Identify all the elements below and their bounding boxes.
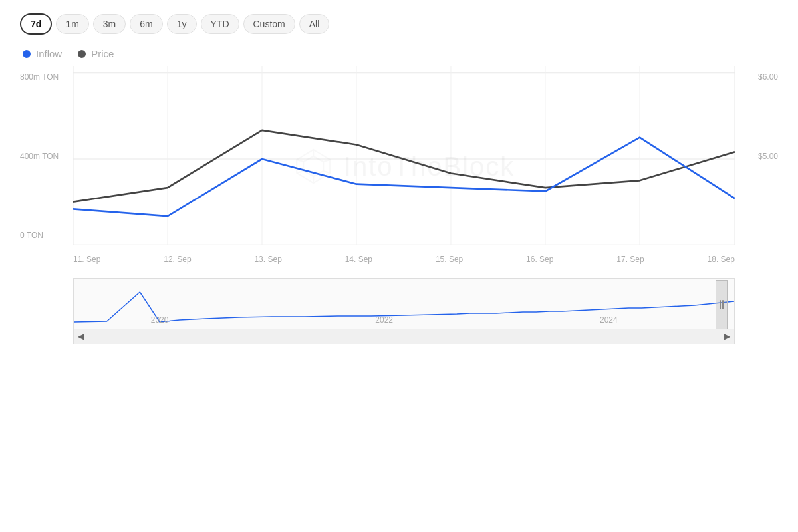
- x-label-0: 11. Sep: [73, 255, 100, 264]
- time-btn-6m[interactable]: 6m: [130, 14, 162, 34]
- mini-nav: ◀ ▶: [74, 329, 734, 344]
- price-label-top: $6.00: [758, 72, 778, 82]
- main-chart-container: 800m TON 400m TON 0 TON IntoTheBlock: [20, 66, 778, 267]
- nav-left-arrow[interactable]: ◀: [78, 332, 84, 341]
- time-btn-3m[interactable]: 3m: [93, 14, 126, 34]
- handle-lines: [720, 300, 724, 309]
- time-btn-ytd[interactable]: YTD: [201, 14, 239, 34]
- price-dot: [78, 50, 86, 58]
- handle-line-2: [722, 300, 724, 309]
- x-label-4: 15. Sep: [436, 255, 463, 264]
- time-range-selector: 7d1m3m6m1yYTDCustomAll: [20, 13, 778, 35]
- legend-inflow: Inflow: [23, 48, 62, 59]
- x-label-1: 12. Sep: [164, 255, 191, 264]
- mini-inflow-line: [74, 292, 734, 322]
- handle-line-1: [720, 300, 721, 309]
- range-handle-right[interactable]: [716, 280, 728, 329]
- main-svg: [73, 66, 735, 252]
- inflow-dot: [23, 50, 31, 58]
- x-axis: 11. Sep 12. Sep 13. Sep 14. Sep 15. Sep …: [73, 252, 735, 267]
- y-label-top: 800m TON: [20, 72, 68, 82]
- time-btn-1m[interactable]: 1m: [56, 14, 88, 34]
- mini-svg: [74, 279, 734, 332]
- price-label: Price: [91, 48, 114, 59]
- price-label-mid: $5.00: [758, 152, 778, 161]
- inflow-line: [73, 138, 735, 216]
- chart-area: IntoTheBlock: [73, 66, 735, 267]
- chart-legend: Inflow Price: [20, 48, 778, 59]
- x-label-6: 17. Sep: [616, 255, 644, 264]
- x-label-3: 14. Sep: [345, 255, 372, 264]
- y-label-mid: 400m TON: [20, 152, 68, 161]
- chart-divider: [20, 267, 778, 267]
- time-btn-custom[interactable]: Custom: [243, 14, 295, 34]
- mini-chart: 2020 2022 2024 ◀ ▶: [73, 278, 735, 344]
- time-btn-1y[interactable]: 1y: [167, 14, 197, 34]
- price-line: [73, 130, 735, 202]
- price-label-spacer: .: [776, 231, 778, 240]
- y-label-bottom: 0 TON: [20, 231, 68, 240]
- time-btn-all[interactable]: All: [299, 14, 330, 34]
- y-axis-left: 800m TON 400m TON 0 TON: [20, 66, 73, 267]
- inflow-label: Inflow: [36, 48, 62, 59]
- legend-price: Price: [78, 48, 114, 59]
- y-axis-right: $6.00 $5.00 .: [735, 66, 778, 267]
- x-label-7: 18. Sep: [708, 255, 735, 264]
- x-label-5: 16. Sep: [526, 255, 553, 264]
- x-label-2: 13. Sep: [254, 255, 281, 264]
- time-btn-7d[interactable]: 7d: [20, 13, 52, 35]
- nav-right-arrow[interactable]: ▶: [724, 332, 730, 341]
